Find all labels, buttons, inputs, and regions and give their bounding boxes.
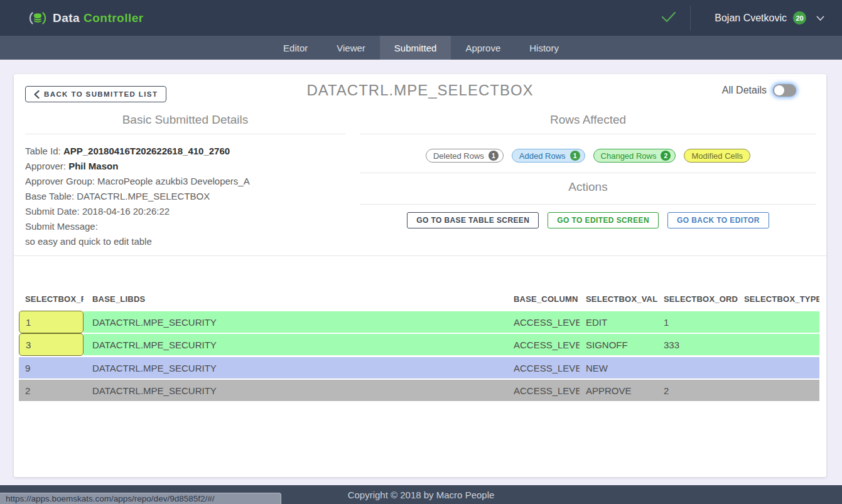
detail-row: Submit Message:: [25, 219, 345, 234]
section-divider: [360, 204, 816, 205]
page-title: DATACTRL.MPE_SELECTBOX: [14, 82, 826, 99]
basic-details-heading: Basic Submitted Details: [25, 113, 345, 127]
table-cell: 1: [657, 311, 738, 333]
changed-rows-badge[interactable]: Changed Rows2: [593, 149, 676, 163]
table-cell: [738, 311, 819, 333]
modified-rows-badge[interactable]: Modified Cells: [684, 149, 750, 163]
detail-value: DATACTRL.MPE_SELECTBOX: [77, 191, 210, 201]
column-header-selectbox_rk[interactable]: SELECTBOX_RK: [19, 291, 84, 306]
detail-label: Approver:: [25, 161, 68, 171]
table-row[interactable]: 9DATACTRL.MPE_SECURITYACCESS_LEVELNEW: [19, 357, 819, 378]
table-cell: NEW: [580, 357, 657, 378]
database-logo-icon: [28, 9, 47, 28]
detail-row: Base Table: DATACTRL.MPE_SELECTBOX: [25, 189, 345, 204]
table-row[interactable]: 2DATACTRL.MPE_SECURITYACCESS_LEVELAPPROV…: [19, 380, 819, 401]
detail-value: Phil Mason: [68, 161, 118, 171]
toggle-knob: [774, 85, 784, 95]
table-row[interactable]: 1DATACTRL.MPE_SECURITYACCESS_LEVELEDIT1: [19, 311, 819, 333]
detail-row: Approver: Phil Mason: [25, 159, 345, 174]
card-divider: [14, 255, 826, 256]
app-title: Data Controller: [53, 11, 144, 25]
detail-label: Base Table:: [25, 191, 77, 201]
badge-count: 1: [488, 151, 499, 161]
table-cell: [738, 380, 819, 401]
user-name[interactable]: Bojan Cvetkovic: [715, 13, 787, 24]
nav-tab-viewer[interactable]: Viewer: [322, 36, 380, 60]
nav-tab-editor[interactable]: Editor: [269, 36, 322, 60]
badge-label: Deleted Rows: [433, 151, 484, 161]
section-divider: [360, 134, 816, 134]
table-cell: 2: [19, 380, 84, 401]
nav-tab-approve[interactable]: Approve: [451, 36, 515, 60]
section-divider: [360, 173, 816, 173]
table-cell: 2: [657, 380, 738, 401]
copyright-text: Copyright © 2018 by Macro People: [348, 490, 495, 500]
table-row[interactable]: 3DATACTRL.MPE_SECURITYACCESS_LEVELSIGNOF…: [19, 334, 819, 355]
table-cell: [738, 357, 819, 378]
column-header-selectbox_value[interactable]: SELECTBOX_VALUE: [580, 291, 657, 306]
go-to-edited-screen-button[interactable]: GO TO EDITED SCREEN: [548, 212, 659, 228]
badge-label: Changed Rows: [601, 151, 657, 161]
table-cell: 9: [19, 357, 84, 378]
table-cell: DATACTRL.MPE_SECURITY: [84, 311, 507, 333]
table-cell: [657, 357, 738, 378]
app-logo: Data Controller: [28, 9, 144, 28]
nav-tab-history[interactable]: History: [515, 36, 573, 60]
detail-value: APP_20180416T202622618_410_2760: [63, 146, 230, 156]
table-cell: 333: [657, 334, 738, 355]
details-list: Table Id: APP_20180416T202622618_410_276…: [25, 134, 345, 249]
basic-details-section: Basic Submitted Details Table Id: APP_20…: [25, 113, 345, 249]
detail-label: Submit Message:: [25, 221, 98, 232]
detail-row: Approver Group: MacroPeople azukbi3 Deve…: [25, 174, 345, 189]
actions-heading: Actions: [360, 180, 816, 194]
affected-rows-table: SELECTBOX_RKBASE_LIBDSBASE_COLUMNSELECTB…: [19, 291, 819, 402]
badge-label: Modified Cells: [691, 151, 743, 161]
nav-tab-submitted[interactable]: Submitted: [380, 36, 451, 60]
column-header-base_libds[interactable]: BASE_LIBDS: [84, 291, 507, 306]
main-nav: EditorViewerSubmittedApproveHistory: [0, 36, 842, 60]
table-cell: DATACTRL.MPE_SECURITY: [84, 357, 507, 378]
go-back-to-editor-button[interactable]: GO BACK TO EDITOR: [667, 212, 769, 228]
badge-label: Added Rows: [519, 151, 566, 161]
deleted-rows-badge[interactable]: Deleted Rows1: [426, 149, 504, 163]
detail-label: Table Id:: [25, 146, 63, 156]
all-details-label: All Details: [722, 85, 767, 96]
added-rows-badge[interactable]: Added Rows1: [512, 149, 585, 163]
detail-value: so easy and quick to edit table: [25, 236, 152, 247]
detail-row: Submit Date: 2018-04-16 20:26:22: [25, 204, 345, 219]
table-cell: APPROVE: [580, 380, 657, 401]
header-divider: [690, 6, 691, 31]
detail-value: 2018-04-16 20:26:22: [82, 206, 170, 217]
status-check-icon: [661, 11, 676, 25]
rows-affected-badges: Deleted Rows1Added Rows1Changed Rows2Mod…: [360, 149, 816, 163]
detail-value: MacroPeople azukbi3 Developers_A: [97, 176, 250, 186]
all-details-toggle[interactable]: [773, 84, 796, 97]
chevron-down-icon[interactable]: [816, 13, 824, 24]
app-header: Data Controller Bojan Cvetkovic 20: [0, 0, 842, 36]
table-cell: ACCESS_LEVEL: [507, 380, 580, 401]
table-cell: [738, 334, 819, 355]
table-cell: 3: [19, 333, 84, 356]
column-header-selectbox_type[interactable]: SELECTBOX_TYPE: [738, 291, 819, 306]
table-cell: SIGNOFF: [580, 334, 657, 355]
rows-affected-heading: Rows Affected: [360, 113, 816, 127]
table-cell: DATACTRL.MPE_SECURITY: [84, 380, 507, 401]
table-cell: DATACTRL.MPE_SECURITY: [84, 334, 507, 355]
table-cell: ACCESS_LEVEL: [507, 311, 580, 333]
column-header-base_column[interactable]: BASE_COLUMN: [507, 291, 580, 306]
submitted-detail-card: BACK TO SUBMITTED LIST DATACTRL.MPE_SELE…: [14, 74, 826, 477]
action-buttons: GO TO BASE TABLE SCREENGO TO EDITED SCRE…: [360, 212, 816, 228]
table-cell: 1: [19, 311, 84, 333]
table-cell: ACCESS_LEVEL: [507, 334, 580, 355]
go-to-base-table-screen-button[interactable]: GO TO BASE TABLE SCREEN: [407, 212, 539, 228]
table-cell: ACCESS_LEVEL: [507, 357, 580, 378]
detail-row: Table Id: APP_20180416T202622618_410_276…: [25, 144, 345, 159]
user-count-badge: 20: [793, 11, 806, 24]
detail-row: so easy and quick to edit table: [25, 234, 345, 249]
browser-status-url: https://apps.boemskats.com/apps/repo/dev…: [0, 493, 281, 504]
column-header-selectbox_order[interactable]: SELECTBOX_ORDER: [657, 291, 738, 306]
table-cell: EDIT: [580, 311, 657, 333]
detail-label: Submit Date:: [25, 206, 82, 217]
badge-count: 2: [661, 151, 671, 161]
detail-label: Approver Group:: [25, 176, 97, 186]
